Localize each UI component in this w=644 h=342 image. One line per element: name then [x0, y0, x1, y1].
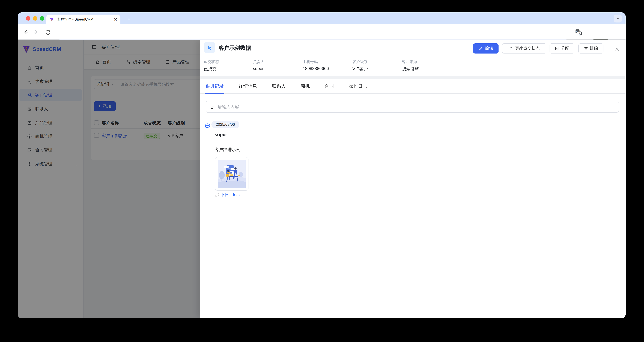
field-source: 客户来源 搜索引擎: [402, 59, 419, 72]
edit-button[interactable]: 编辑: [473, 43, 498, 53]
close-icon[interactable]: [614, 46, 620, 52]
drawer-tabs: 跟进记录 详情信息 联系人 商机 合同 操作日志: [200, 79, 626, 94]
assign-button[interactable]: 分配: [550, 43, 574, 53]
browser-tabbar: 客户管理 - SpeedCRM ✕ +: [18, 12, 626, 24]
tab-close-icon[interactable]: ✕: [114, 17, 117, 22]
window-minimize-button[interactable]: [33, 16, 38, 20]
timeline-content: 客户跟进示例: [214, 147, 240, 153]
new-tab-button[interactable]: +: [125, 15, 133, 23]
reload-button[interactable]: [44, 28, 51, 35]
window-close-button[interactable]: [26, 16, 30, 20]
field-phone: 手机号码 18088886666: [303, 59, 329, 71]
tab-follow-records[interactable]: 跟进记录: [205, 79, 224, 94]
timeline-date-badge: 2025/08/06: [212, 121, 239, 128]
pencil-icon: [478, 46, 483, 51]
page-viewport: SpeedCRM 首页 线索管理 客户管理 联系人: [18, 39, 626, 318]
tab-search-button[interactable]: [614, 14, 622, 22]
timeline-user: super: [214, 132, 227, 137]
customers-icon: [207, 45, 213, 51]
window-zoom-button[interactable]: [40, 16, 44, 20]
trash-icon: [584, 46, 588, 51]
attachment-row: 附件.docx: [215, 192, 241, 198]
follow-up-illustration: [218, 160, 246, 188]
chevron-down-icon: [616, 17, 620, 20]
tab-contracts[interactable]: 合同: [325, 79, 334, 94]
comment-bubble-icon: [204, 123, 211, 130]
tab-contacts[interactable]: 联系人: [272, 79, 286, 94]
link-icon: [215, 193, 220, 197]
tab-details[interactable]: 详情信息: [239, 79, 257, 94]
follow-up-text-input[interactable]: [217, 104, 615, 109]
field-owner: 负责人 super: [253, 59, 264, 71]
change-deal-status-button[interactable]: 更改成交状态: [502, 43, 546, 53]
section-divider: [200, 76, 626, 79]
tab-operation-log[interactable]: 操作日志: [349, 79, 367, 94]
attachment-image-thumbnail[interactable]: [215, 157, 248, 191]
translate-icon[interactable]: G 文: [575, 28, 582, 35]
follow-up-input[interactable]: [206, 101, 619, 113]
pencil-icon: [210, 104, 214, 109]
field-deal-status: 成交状态 已成交: [204, 59, 219, 72]
drawer-title: 客户示例数据: [219, 44, 251, 52]
forward-button[interactable]: [32, 28, 39, 35]
field-level: 客户级别 VIP客户: [352, 59, 368, 72]
browser-tab-active[interactable]: 客户管理 - SpeedCRM ✕: [46, 14, 120, 24]
back-button[interactable]: [22, 28, 29, 35]
delete-button[interactable]: 删除: [578, 43, 604, 53]
tab-title: 客户管理 - SpeedCRM: [57, 17, 112, 22]
browser-window: 客户管理 - SpeedCRM ✕ + crm.a: [18, 12, 626, 318]
customer-detail-drawer: 客户示例数据 编辑 更改成交状态 分配 删除: [200, 39, 626, 318]
check-square-icon: [555, 46, 559, 51]
tab-opportunities[interactable]: 商机: [300, 79, 310, 94]
attachment-link[interactable]: 附件.docx: [222, 192, 241, 198]
browser-toolbar: crm.atsep.top/web/customer G 文 访客 •••: [18, 24, 626, 39]
swap-icon: [509, 46, 513, 51]
tab-favicon-bolt-icon: [50, 17, 54, 22]
customer-avatar: [204, 42, 215, 53]
svg-text:文: 文: [578, 32, 581, 35]
